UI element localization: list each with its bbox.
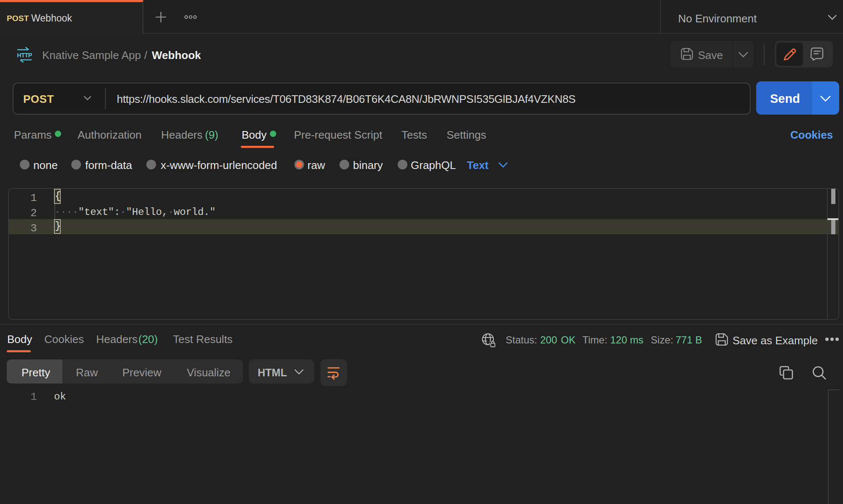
svg-text:HTTP: HTTP	[17, 52, 32, 59]
